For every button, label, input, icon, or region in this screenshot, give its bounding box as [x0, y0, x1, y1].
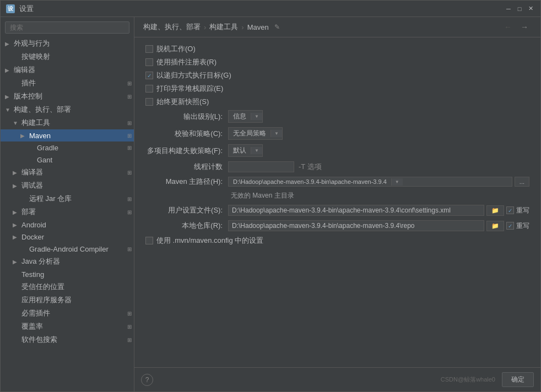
sidebar-item-label: Gradle-Android Compiler: [29, 245, 125, 253]
maven-warning-text: 无效的 Maven 主目录: [231, 191, 529, 200]
sidebar-item-coverage[interactable]: 覆盖率 ⊞: [1, 320, 134, 333]
plugin-icon: ⊞: [127, 80, 132, 86]
arrow-icon: ▶: [13, 183, 19, 189]
checkbox-mvn-config[interactable]: [145, 237, 153, 244]
local-repo-browse-button[interactable]: 📁: [486, 221, 504, 231]
sidebar-item-required-plugins[interactable]: 必需插件 ⊞: [1, 307, 134, 320]
search-box: [1, 17, 134, 37]
sidebar-item-label: 应用程序服务器: [21, 295, 132, 305]
sidebar-item-label: Maven: [29, 132, 125, 140]
sidebar-item-label: 按键映射: [21, 52, 132, 62]
main-content: ▶ 外观与行为 按键映射 ▶ 编辑器 插件 ⊞: [1, 17, 540, 391]
output-level-arrow[interactable]: ▼: [251, 113, 262, 120]
label-maven-home: Maven 主路径(H):: [145, 177, 223, 187]
sidebar-item-label: 软件包搜索: [21, 335, 125, 345]
sidebar-item-label: 编辑器: [14, 65, 132, 75]
sidebar-item-debugger[interactable]: ▶ 调试器: [1, 179, 134, 192]
sidebar-item-keymap[interactable]: 按键映射: [1, 50, 134, 63]
maximize-button[interactable]: □: [515, 4, 524, 13]
arrow-icon: ▶: [20, 133, 27, 139]
sidebar-item-trusted-locations[interactable]: 受信任的位置: [1, 280, 134, 293]
arrow-icon: ▼: [5, 107, 12, 113]
sidebar-item-deploy[interactable]: ▶ 部署 ⊞: [1, 205, 134, 219]
minimize-button[interactable]: ─: [504, 4, 513, 13]
jar-icon: ⊞: [127, 196, 132, 202]
search-input[interactable]: [5, 21, 129, 34]
sidebar-item-plugins[interactable]: 插件 ⊞: [1, 77, 134, 90]
breadcrumb-sep-2: ›: [241, 23, 244, 31]
sidebar-item-editor[interactable]: ▶ 编辑器: [1, 63, 134, 77]
sidebar-item-appearance[interactable]: ▶ 外观与行为: [1, 37, 134, 50]
forward-button[interactable]: →: [517, 21, 532, 32]
checkbox-local-repo-rewrite[interactable]: [506, 222, 514, 230]
label-always-update: 始终更新快照(S): [156, 97, 209, 107]
maven-icon: ⊞: [127, 133, 132, 139]
maven-home-value: D:\Hadoop\apache-maven-3.9.4-bin\apache-…: [229, 177, 391, 186]
user-settings-input[interactable]: [228, 205, 484, 216]
arrow-icon: ▶: [13, 170, 19, 176]
sidebar-item-remote-jar[interactable]: 远程 Jar 仓库 ⊞: [1, 192, 134, 205]
bottom-bar: ? CSDN@鲸落whale0 确定: [134, 367, 540, 391]
field-checksum-policy: 校验和策略(C): 无全局策略 ▼: [145, 127, 529, 140]
checkbox-print-exception[interactable]: [145, 85, 153, 92]
maven-home-select[interactable]: D:\Hadoop\apache-maven-3.9.4-bin\apache-…: [228, 177, 512, 187]
sidebar: ▶ 外观与行为 按键映射 ▶ 编辑器 插件 ⊞: [1, 17, 134, 391]
multi-build-fail-value: 默认: [229, 145, 251, 156]
checkbox-offline[interactable]: [145, 45, 153, 53]
maven-home-arrow[interactable]: ▼: [391, 178, 403, 186]
main-panel: 构建、执行、部署 › 构建工具 › Maven ✎ ← → 脱机工作(O): [134, 17, 540, 391]
checkbox-plugin-registry[interactable]: [145, 58, 153, 66]
label-thread-count: 线程计数: [145, 162, 223, 172]
confirm-button[interactable]: 确定: [502, 372, 534, 387]
label-print-exception: 打印异常堆栈跟踪(E): [156, 84, 223, 94]
checksum-policy-arrow[interactable]: ▼: [270, 130, 282, 137]
close-button[interactable]: ✕: [526, 4, 535, 13]
thread-count-input[interactable]: [228, 161, 294, 172]
sidebar-item-gradle-android[interactable]: Gradle-Android Compiler ⊞: [1, 243, 134, 255]
sidebar-item-compiler[interactable]: ▶ 编译器 ⊞: [1, 166, 134, 179]
help-button[interactable]: ?: [141, 374, 153, 386]
checkbox-always-update[interactable]: [145, 98, 153, 106]
sidebar-item-docker[interactable]: ▶ Docker: [1, 231, 134, 243]
sidebar-item-build-tools[interactable]: ▼ 构建工具 ⊞: [1, 116, 134, 129]
sidebar-item-vcs[interactable]: ▶ 版本控制 ⊞: [1, 90, 134, 103]
checkbox-user-settings-rewrite[interactable]: [506, 206, 514, 214]
breadcrumb-nav: ← →: [501, 21, 532, 32]
sidebar-item-label: 编译器: [21, 167, 125, 177]
compiler-icon: ⊞: [127, 170, 132, 176]
local-repo-input[interactable]: [228, 220, 484, 231]
sidebar-item-package-search[interactable]: 软件包搜索 ⊞: [1, 333, 134, 346]
sidebar-item-gant[interactable]: Gant: [1, 154, 134, 166]
select-output-level[interactable]: 信息 ▼: [228, 110, 263, 123]
setting-plugin-registry: 使用插件注册表(R): [145, 57, 529, 67]
req-plugins-icon: ⊞: [127, 311, 132, 317]
field-user-settings: 用户设置文件(S): 📁 重写: [145, 205, 529, 216]
setting-recursive-goals: 以递归方式执行目标(G): [145, 70, 529, 80]
sidebar-item-label: Java 分析器: [21, 257, 132, 266]
user-settings-browse-button[interactable]: 📁: [486, 205, 504, 216]
sidebar-item-java-analyzer[interactable]: ▶ Java 分析器: [1, 255, 134, 268]
sidebar-item-app-servers[interactable]: 应用程序服务器: [1, 293, 134, 307]
sidebar-item-maven[interactable]: ▶ Maven ⊞: [1, 129, 134, 141]
multi-build-fail-arrow[interactable]: ▼: [251, 147, 262, 154]
checkbox-recursive-goals[interactable]: [145, 72, 153, 79]
sidebar-item-android[interactable]: ▶ Android: [1, 219, 134, 231]
select-checksum-policy[interactable]: 无全局策略 ▼: [228, 127, 283, 140]
sidebar-item-build-exec-deploy[interactable]: ▼ 构建、执行、部署: [1, 103, 134, 116]
local-repo-rewrite: 重写: [506, 221, 529, 231]
watermark-text: CSDN@鲸落whale0: [441, 375, 495, 384]
sidebar-item-label: 构建、执行、部署: [14, 105, 132, 115]
select-multi-build-fail[interactable]: 默认 ▼: [228, 144, 263, 157]
label-multi-build-fail: 多项目构建失败策略(F):: [145, 146, 223, 156]
edit-breadcrumb-icon[interactable]: ✎: [274, 23, 280, 31]
sidebar-item-testing[interactable]: Testing: [1, 268, 134, 280]
breadcrumb-current: Maven: [247, 23, 269, 31]
thread-row: -T 选项: [228, 161, 322, 172]
maven-home-browse-button[interactable]: ...: [515, 177, 529, 187]
arrow-icon: ▶: [13, 222, 19, 228]
label-user-settings-rewrite: 重写: [516, 206, 529, 215]
sidebar-item-gradle[interactable]: Gradle ⊞: [1, 141, 134, 154]
back-button[interactable]: ←: [501, 21, 515, 32]
app-icon: 设: [6, 4, 15, 13]
field-multi-build-fail: 多项目构建失败策略(F): 默认 ▼: [145, 144, 529, 157]
